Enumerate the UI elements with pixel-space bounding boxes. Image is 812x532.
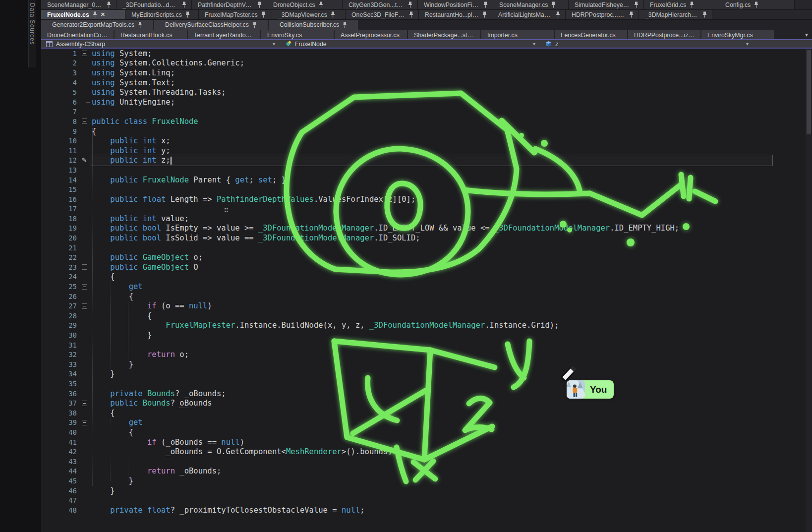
pushpin-icon[interactable] — [182, 1, 186, 8]
fold-marker[interactable] — [77, 284, 92, 290]
code-line[interactable]: 22 public GameObject o; — [41, 252, 812, 262]
code-line[interactable]: 3using System.Linq; — [41, 68, 812, 78]
code-line[interactable]: 48 private float? _proximityToClosestObs… — [41, 505, 812, 515]
code-line[interactable]: 33 } — [41, 359, 812, 369]
code-line[interactable]: 18 public int value; — [41, 214, 812, 224]
pushpin-icon[interactable] — [185, 11, 190, 18]
pushpin-icon[interactable] — [551, 1, 556, 8]
tab[interactable]: _3DMapHierarchy.cs — [639, 10, 712, 19]
tab[interactable]: FruxelGrid.cs — [644, 0, 719, 9]
pushpin-icon[interactable] — [754, 1, 758, 8]
tab[interactable]: DroneObject.cs — [267, 0, 343, 9]
tab[interactable]: WindowPositionFinder.cs — [418, 0, 493, 9]
pushpin-icon[interactable] — [319, 1, 323, 8]
code-line[interactable]: 24 { — [41, 272, 812, 282]
code-line[interactable]: 2using System.Collections.Generic; — [41, 59, 812, 68]
code-line[interactable]: 43 — [41, 457, 812, 467]
code-line[interactable]: 34 } — [41, 369, 812, 379]
pushpin-icon[interactable] — [482, 11, 487, 18]
pushpin-icon[interactable] — [252, 22, 257, 28]
fold-marker[interactable] — [77, 264, 92, 270]
tab[interactable]: CityGen3DGen...torWrapper.cs — [343, 0, 418, 9]
code-line[interactable]: 27 if (o == null) — [41, 301, 812, 311]
code-line[interactable]: 42 _oBounds = O.GetComponent<MeshRendere… — [41, 447, 812, 457]
vertical-scrollbar[interactable] — [806, 49, 812, 532]
code-line[interactable]: 38 { — [41, 408, 812, 418]
fold-marker[interactable] — [77, 51, 92, 56]
code-line[interactable]: 20 public bool IsSolid => value == _3DFo… — [41, 233, 812, 243]
pushpin-icon[interactable] — [93, 11, 97, 18]
tab[interactable]: SceneManager_02.cs — [41, 0, 116, 9]
code-line[interactable]: 8public class FruxelNode — [41, 117, 812, 126]
pushpin-icon[interactable] — [257, 1, 262, 8]
pushpin-icon[interactable] — [138, 22, 142, 28]
code-line[interactable]: 41 if (_oBounds == null) — [41, 437, 812, 447]
code-line[interactable]: 25 get — [41, 282, 812, 292]
tab[interactable]: DroneOrientationController.cs — [41, 30, 114, 40]
tab[interactable]: RestaurantHo...pleManager.cs — [419, 10, 492, 19]
type-dropdown[interactable]: FruxelNode ▾ — [280, 40, 540, 48]
code-line[interactable]: 10 public int x; — [41, 136, 812, 146]
tab[interactable]: HDRPPostproc...Randomizer.cs — [566, 10, 639, 19]
tab[interactable]: OneSec3D_FileFormat.cs — [346, 10, 419, 19]
tab[interactable]: FencesGenerator.cs — [555, 30, 627, 40]
code-line[interactable]: 4using System.Text; — [41, 78, 812, 88]
code-line[interactable]: 14 public FruxelNode Parent { get; set; … — [41, 175, 812, 185]
code-line[interactable]: 6using UnityEngine; — [41, 97, 812, 107]
code-line[interactable]: 21 — [41, 243, 812, 253]
pushpin-icon[interactable] — [331, 11, 335, 18]
code-line[interactable]: 47 — [41, 495, 812, 505]
code-line[interactable]: 36 private Bounds? _oBounds; — [41, 389, 812, 399]
code-line[interactable]: 15 — [41, 184, 812, 194]
code-line[interactable]: 1using System; — [41, 49, 812, 59]
close-icon[interactable]: ✕ — [101, 11, 105, 18]
tab[interactable]: MyEditorScripts.cs — [125, 10, 199, 19]
pushpin-icon[interactable] — [690, 1, 694, 8]
tab[interactable]: PathfinderDepthValues.cs — [192, 0, 267, 9]
pushpin-icon[interactable] — [702, 11, 707, 18]
code-editor[interactable]: 1using System;2using System.Collections.… — [41, 49, 812, 532]
pushpin-icon[interactable] — [556, 11, 560, 18]
fold-marker[interactable] — [77, 118, 92, 124]
code-line[interactable]: 32 return o; — [41, 350, 812, 359]
tab[interactable]: Generator2ExportMapTools.cs — [41, 20, 153, 30]
tab[interactable]: TerrainLayerRandomizer.cs — [188, 30, 260, 40]
tab[interactable]: FruxelMapTester.cs — [199, 10, 272, 19]
tab[interactable]: Config.cs — [719, 0, 795, 9]
code-line[interactable]: 11 public int y; — [41, 146, 812, 156]
pushpin-icon[interactable] — [261, 11, 266, 18]
code-line[interactable]: 17 — [41, 204, 812, 214]
scrollbar-thumb[interactable] — [807, 50, 811, 134]
tab[interactable]: _3DMapViewer.cs — [272, 10, 346, 19]
tab[interactable]: _3DFoundatio...delManager.cs — [116, 0, 192, 9]
fold-marker[interactable] — [77, 303, 92, 309]
code-line[interactable]: 9{ — [41, 126, 812, 136]
code-line[interactable]: 13 — [41, 165, 812, 175]
tab[interactable]: SceneManager.cs — [493, 0, 569, 9]
tab[interactable]: FruxelNode.cs✕ — [41, 10, 125, 19]
code-line[interactable]: 45 } — [41, 476, 812, 486]
pushpin-icon[interactable] — [107, 1, 111, 8]
code-line[interactable]: 26 { — [41, 292, 812, 301]
code-line[interactable]: 7 — [41, 107, 812, 117]
code-line[interactable]: 16 public float Length => PathfinderDept… — [41, 194, 812, 204]
tab[interactable]: SimulatedFisheyeCamera.cs — [569, 0, 644, 9]
tab[interactable]: HDRPPostproce...izerEditor.cs — [628, 30, 700, 40]
tab[interactable]: RestaurantHook.cs — [115, 30, 187, 40]
code-line[interactable]: 23 public GameObject O — [41, 262, 812, 272]
pushpin-icon[interactable] — [409, 11, 413, 18]
code-line[interactable]: 28 { — [41, 311, 812, 321]
code-line[interactable]: 5using System.Threading.Tasks; — [41, 87, 812, 97]
tab[interactable]: CollisionSubscriber.cs — [269, 20, 358, 30]
code-lines[interactable]: 1using System;2using System.Collections.… — [41, 49, 812, 515]
tool-window-tab-data-sources[interactable]: Data Sources — [28, 0, 36, 67]
code-line[interactable]: 19 public bool IsEmpty => value >= _3DFo… — [41, 224, 812, 234]
code-line[interactable]: 39 get — [41, 418, 812, 428]
pushpin-icon[interactable] — [634, 1, 638, 8]
tab[interactable]: EnviroSky.cs — [261, 30, 334, 40]
code-line[interactable]: 12✎ public int z; — [41, 156, 812, 166]
member-dropdown[interactable]: z ▾ — [540, 40, 754, 48]
code-line[interactable]: 31 — [41, 340, 812, 350]
tab[interactable]: Importer.cs — [481, 30, 554, 40]
tab[interactable]: EnviroSkyMgr.cs — [701, 30, 774, 40]
